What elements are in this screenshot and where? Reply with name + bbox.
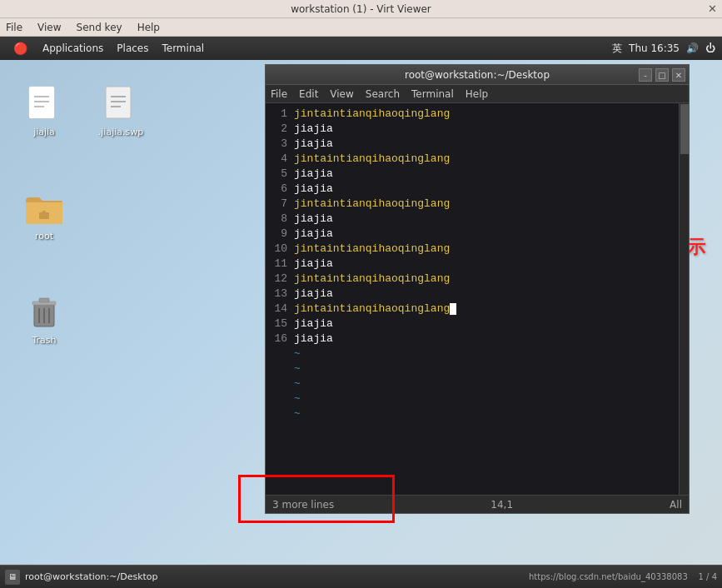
line-numbers: 12345678910111213141516	[266, 103, 291, 495]
svg-rect-10	[42, 211, 46, 214]
taskbar-page-info: 1 / 4	[699, 572, 717, 581]
line-number: 9	[267, 227, 287, 242]
top-panel-right: 英 Thu 16:35 🔊 ⏻	[612, 42, 715, 56]
tilde-line: ~	[294, 391, 675, 406]
code-line: jiajia	[294, 257, 675, 272]
taskbar-terminal-icon[interactable]: 🖥	[5, 570, 20, 585]
line-number: 6	[267, 182, 287, 197]
taskbar: 🖥 root@workstation:~/Desktop https://blo…	[0, 565, 722, 588]
terminal-menu-search[interactable]: Search	[366, 88, 400, 100]
code-line: jintaintianqihaoqinglang	[294, 107, 675, 122]
taskbar-left: 🖥 root@workstation:~/Desktop	[5, 570, 158, 585]
code-line: jiajia	[294, 287, 675, 301]
menu-file[interactable]: File	[3, 21, 25, 34]
code-line: jiajia	[294, 137, 675, 152]
power-icon[interactable]: ⏻	[705, 42, 715, 54]
line-number: 8	[267, 212, 287, 227]
code-line: jintaintianqihaoqinglang	[294, 301, 675, 316]
trash-icon	[24, 293, 64, 333]
desktop: jiajia .jiajia.swp root	[0, 60, 722, 565]
line-number: 2	[267, 122, 287, 137]
jiajia-swp-label: .jiajia.swp	[98, 127, 143, 137]
svg-rect-1	[29, 87, 54, 118]
menu-help[interactable]: Help	[135, 21, 162, 34]
code-line: jintaintianqihaoqinglang	[294, 272, 675, 287]
desktop-icon-jiajia[interactable]: jiajia	[15, 85, 73, 137]
code-line: jiajia	[294, 167, 675, 182]
terminal-menu-terminal[interactable]: Terminal	[411, 88, 454, 100]
code-line: jiajia	[294, 212, 675, 227]
status-position: 14,1	[490, 499, 513, 511]
svg-rect-5	[106, 87, 131, 118]
line-number: 5	[267, 167, 287, 182]
taskbar-url: https://blog.csdn.net/baidu_40338083	[529, 572, 688, 581]
line-number: 1	[267, 107, 287, 122]
tilde-line: ~	[294, 361, 675, 376]
code-line: jiajia	[294, 182, 675, 197]
terminal-menu-help[interactable]: Help	[466, 88, 488, 100]
terminal-menu-edit[interactable]: Edit	[299, 88, 318, 100]
tilde-line: ~	[294, 406, 675, 421]
virt-viewer-titlebar: workstation (1) - Virt Viewer ✕	[0, 0, 722, 18]
desktop-icon-trash[interactable]: Trash	[15, 293, 73, 346]
terminal-titlebar: root@workstation:~/Desktop - □ ✕	[266, 65, 689, 85]
menu-sendkey[interactable]: Send key	[74, 21, 125, 34]
terminal-close-button[interactable]: ✕	[672, 68, 685, 82]
code-lines[interactable]: jintaintianqihaoqinglangjiajiajiajiajint…	[291, 103, 679, 495]
line-number: 3	[267, 137, 287, 152]
terminal-content[interactable]: 12345678910111213141516 jintaintianqihao…	[266, 103, 689, 495]
scrollbar-thumb[interactable]	[680, 104, 689, 154]
tilde-line: ~	[294, 346, 675, 361]
line-number: 14	[267, 301, 287, 316]
virt-viewer-close-button[interactable]: ✕	[708, 2, 717, 15]
top-panel-apps: 🔴 Applications Places Terminal	[7, 40, 211, 57]
terminal-statusbar: 3 more lines 14,1 All	[266, 495, 689, 513]
tilde-line: ~	[294, 376, 675, 391]
code-line: jiajia	[294, 227, 675, 242]
terminal-menubar: File Edit View Search Terminal Help	[266, 85, 689, 103]
menu-view[interactable]: View	[35, 21, 63, 34]
svg-rect-13	[39, 298, 49, 302]
applications-menu[interactable]: Applications	[36, 41, 110, 56]
desktop-icon-jiajia-swp[interactable]: .jiajia.swp	[92, 85, 150, 137]
line-number: 10	[267, 242, 287, 257]
code-line: jintaintianqihaoqinglang	[294, 152, 675, 167]
taskbar-label[interactable]: root@workstation:~/Desktop	[25, 571, 158, 582]
terminal-minimize-button[interactable]: -	[639, 68, 652, 82]
terminal-title: root@workstation:~/Desktop	[405, 69, 550, 81]
line-number: 13	[267, 287, 287, 301]
code-line: jintaintianqihaoqinglang	[294, 242, 675, 257]
terminal-menu-view[interactable]: View	[330, 88, 353, 100]
jiajia-file-icon	[24, 85, 64, 125]
terminal-menu[interactable]: Terminal	[155, 41, 211, 56]
trash-label: Trash	[32, 335, 56, 346]
terminal-window: root@workstation:~/Desktop - □ ✕ File Ed…	[265, 64, 690, 514]
terminal-controls: - □ ✕	[639, 68, 685, 82]
gnome-top-panel: 🔴 Applications Places Terminal 英 Thu 16:…	[0, 37, 722, 60]
volume-icon[interactable]: 🔊	[686, 42, 699, 54]
code-line: jiajia	[294, 122, 675, 137]
taskbar-right: https://blog.csdn.net/baidu_40338083 1 /…	[529, 572, 717, 581]
desktop-icon-root[interactable]: root	[15, 189, 73, 242]
code-line: jintaintianqihaoqinglang	[294, 197, 675, 212]
terminal-scrollbar[interactable]	[679, 103, 689, 495]
language-indicator[interactable]: 英	[612, 42, 622, 56]
line-number: 11	[267, 257, 287, 272]
app-indicator-icon: 🔴	[7, 40, 34, 57]
line-number: 15	[267, 316, 287, 331]
clock: Thu 16:35	[629, 42, 680, 54]
root-label: root	[35, 231, 53, 242]
line-number: 7	[267, 197, 287, 212]
top-panel-left: 🔴 Applications Places Terminal	[7, 40, 211, 57]
line-number: 12	[267, 272, 287, 287]
virt-viewer-menubar: File View Send key Help	[0, 18, 722, 37]
jiajia-swp-file-icon	[101, 85, 141, 125]
terminal-menu-file[interactable]: File	[271, 88, 287, 100]
status-more-lines: 3 more lines	[272, 499, 334, 511]
places-menu[interactable]: Places	[110, 41, 155, 56]
jiajia-label: jiajia	[33, 127, 55, 137]
status-all: All	[670, 499, 682, 511]
virt-viewer-title: workstation (1) - Virt Viewer	[291, 3, 431, 15]
terminal-maximize-button[interactable]: □	[655, 68, 669, 82]
code-line: jiajia	[294, 316, 675, 331]
